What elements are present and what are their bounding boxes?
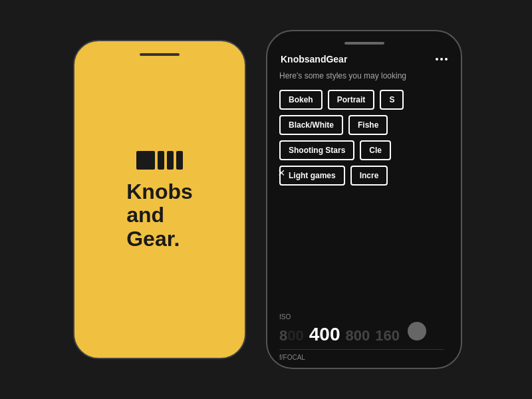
iso-label: ISO xyxy=(279,313,449,321)
tag-portrait[interactable]: Portrait xyxy=(328,90,375,110)
scene: Knobs and Gear. KnobsandGear Here's some… xyxy=(33,27,499,372)
tags-row-1: Bokeh Portrait S xyxy=(279,90,449,110)
app-header: KnobsandGear xyxy=(267,45,461,71)
logo-line3: Gear. xyxy=(126,227,193,251)
iso-section: ISO 800 400 800 160 xyxy=(267,313,461,345)
logo-icon xyxy=(136,151,183,170)
logo-rect-4 xyxy=(176,151,183,170)
iso-dim-right2: 160 xyxy=(375,327,400,344)
dot-1 xyxy=(436,58,438,61)
iso-picker[interactable]: 800 400 800 160 xyxy=(279,322,449,345)
iso-active-value: 400 xyxy=(309,324,340,345)
front-inner: KnobsandGear Here's some styles you may … xyxy=(267,45,461,368)
back-content: Knobs and Gear. xyxy=(74,56,245,346)
logo-line1: Knobs xyxy=(126,180,193,203)
phone-back: Knobs and Gear. xyxy=(73,40,246,359)
iso-knob[interactable] xyxy=(408,322,426,340)
tags-row-4: Light games Incre xyxy=(279,166,449,186)
tags-container: Bokeh Portrait S Black/White Fishe Shoot… xyxy=(279,90,449,186)
dot-2 xyxy=(440,58,443,61)
tag-cle[interactable]: Cle xyxy=(360,140,391,160)
iso-dim-left: 800 xyxy=(279,327,304,344)
logo-rect-3 xyxy=(167,151,174,170)
app-title: KnobsandGear xyxy=(281,54,347,65)
logo-rect-1 xyxy=(136,151,155,170)
dot-3 xyxy=(445,58,448,61)
tag-bokeh[interactable]: Bokeh xyxy=(279,90,323,110)
app-content: Here's some styles you may looking Bokeh… xyxy=(267,71,461,313)
tag-fishe[interactable]: Fishe xyxy=(348,115,388,135)
suggestion-text: Here's some styles you may looking xyxy=(279,71,449,80)
phone-front: KnobsandGear Here's some styles you may … xyxy=(266,30,462,369)
tag-incre[interactable]: Incre xyxy=(350,166,388,186)
tag-light-games[interactable]: Light games xyxy=(279,166,345,186)
focal-section: f/FOCAL xyxy=(267,350,461,361)
tags-row-3: Shooting Stars Cle xyxy=(279,140,449,160)
tag-shooting-stars[interactable]: Shooting Stars xyxy=(279,140,354,160)
tag-s[interactable]: S xyxy=(380,90,404,110)
logo-text: Knobs and Gear. xyxy=(126,180,193,251)
close-button[interactable]: × xyxy=(278,166,285,180)
tag-blackwhite[interactable]: Black/White xyxy=(279,115,343,135)
iso-dim-right: 800 xyxy=(345,327,370,344)
focal-label: f/FOCAL xyxy=(279,354,449,361)
tags-row-2: Black/White Fishe xyxy=(279,115,449,135)
logo-rect-2 xyxy=(158,151,164,170)
more-menu-button[interactable] xyxy=(436,58,448,61)
logo-line2: and xyxy=(126,203,193,227)
